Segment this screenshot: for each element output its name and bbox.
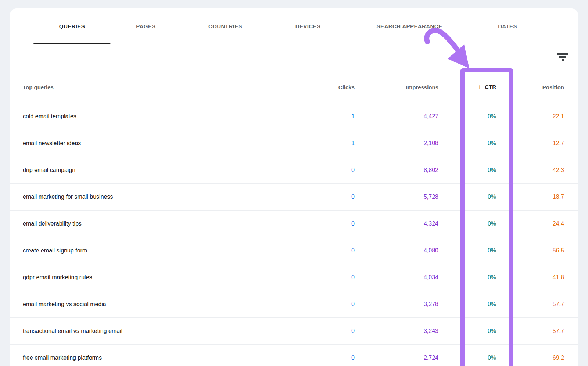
table-row[interactable]: email marketing vs social media 0 3,278 …	[10, 291, 578, 318]
position-cell: 42.3	[496, 167, 564, 173]
clicks-cell: 0	[281, 167, 355, 173]
query-cell: create email signup form	[10, 247, 281, 254]
clicks-cell: 0	[281, 220, 355, 227]
sort-ascending-icon: ↑	[478, 83, 481, 90]
performance-report-card: QUERIES PAGES COUNTRIES DEVICES SEARCH A…	[10, 8, 578, 366]
ctr-cell: 0%	[438, 301, 496, 308]
impressions-cell: 2,108	[355, 140, 438, 147]
table-header-row: Top queries Clicks Impressions ↑CTR Posi…	[10, 71, 578, 103]
clicks-cell: 0	[281, 194, 355, 200]
table-row[interactable]: create email signup form 0 4,080 0% 56.5	[10, 237, 578, 264]
tab-dates[interactable]: DATES	[498, 8, 517, 44]
query-cell: email deliverability tips	[10, 220, 281, 227]
column-header-impressions[interactable]: Impressions	[355, 84, 438, 90]
ctr-cell: 0%	[438, 194, 496, 200]
ctr-header-label: CTR	[485, 84, 496, 90]
filter-row	[10, 44, 578, 71]
impressions-cell: 3,278	[355, 301, 438, 308]
column-header-ctr[interactable]: ↑CTR	[438, 83, 496, 91]
ctr-cell: 0%	[438, 220, 496, 227]
ctr-cell: 0%	[438, 328, 496, 334]
table-row[interactable]: email deliverability tips 0 4,324 0% 24.…	[10, 211, 578, 237]
position-cell: 12.7	[496, 140, 564, 147]
position-cell: 22.1	[496, 113, 564, 120]
tab-devices[interactable]: DEVICES	[295, 8, 321, 44]
impressions-cell: 4,080	[355, 247, 438, 254]
query-cell: email newsletter ideas	[10, 140, 281, 147]
query-cell: cold email templates	[10, 113, 281, 120]
ctr-cell: 0%	[438, 140, 496, 147]
table-row[interactable]: transactional email vs marketing email 0…	[10, 318, 578, 345]
query-cell: email marketing for small business	[10, 194, 281, 200]
impressions-cell: 4,324	[355, 220, 438, 227]
report-tabs: QUERIES PAGES COUNTRIES DEVICES SEARCH A…	[10, 8, 578, 44]
ctr-cell: 0%	[438, 167, 496, 173]
clicks-cell: 0	[281, 301, 355, 308]
position-cell: 69.2	[496, 355, 564, 361]
clicks-cell: 1	[281, 113, 355, 120]
table-row[interactable]: email newsletter ideas 1 2,108 0% 12.7	[10, 130, 578, 157]
query-cell: free email marketing platforms	[10, 355, 281, 361]
clicks-cell: 0	[281, 247, 355, 254]
position-cell: 24.4	[496, 220, 564, 227]
clicks-cell: 1	[281, 140, 355, 147]
table-row[interactable]: email marketing for small business 0 5,7…	[10, 184, 578, 211]
impressions-cell: 3,243	[355, 328, 438, 334]
ctr-cell: 0%	[438, 247, 496, 254]
table-row[interactable]: cold email templates 1 4,427 0% 22.1	[10, 103, 578, 130]
column-header-position[interactable]: Position	[496, 84, 564, 90]
column-header-clicks[interactable]: Clicks	[281, 84, 355, 90]
position-cell: 41.8	[496, 274, 564, 281]
tab-search-appearance[interactable]: SEARCH APPEARANCE	[377, 8, 442, 44]
table-row[interactable]: gdpr email marketing rules 0 4,034 0% 41…	[10, 264, 578, 291]
query-cell: email marketing vs social media	[10, 301, 281, 308]
ctr-cell: 0%	[438, 355, 496, 361]
ctr-cell: 0%	[438, 113, 496, 120]
position-cell: 57.7	[496, 301, 564, 308]
ctr-cell: 0%	[438, 274, 496, 281]
impressions-cell: 5,728	[355, 194, 438, 200]
tab-countries[interactable]: COUNTRIES	[208, 8, 242, 44]
clicks-cell: 0	[281, 355, 355, 361]
clicks-cell: 0	[281, 328, 355, 334]
position-cell: 57.7	[496, 328, 564, 334]
impressions-cell: 4,427	[355, 113, 438, 120]
clicks-cell: 0	[281, 274, 355, 281]
table-row[interactable]: drip email campaign 0 8,802 0% 42.3	[10, 157, 578, 184]
impressions-cell: 2,724	[355, 355, 438, 361]
table-row[interactable]: free email marketing platforms 0 2,724 0…	[10, 345, 578, 366]
position-cell: 56.5	[496, 247, 564, 254]
query-cell: transactional email vs marketing email	[10, 328, 281, 334]
query-cell: drip email campaign	[10, 167, 281, 173]
query-cell: gdpr email marketing rules	[10, 274, 281, 281]
tab-pages[interactable]: PAGES	[136, 8, 155, 44]
column-header-top-queries[interactable]: Top queries	[10, 84, 281, 90]
filter-icon[interactable]	[557, 53, 568, 61]
impressions-cell: 4,034	[355, 274, 438, 281]
impressions-cell: 8,802	[355, 167, 438, 173]
query-table-body: cold email templates 1 4,427 0% 22.1 ema…	[10, 103, 578, 366]
position-cell: 18.7	[496, 194, 564, 200]
tab-queries[interactable]: QUERIES	[59, 8, 85, 44]
